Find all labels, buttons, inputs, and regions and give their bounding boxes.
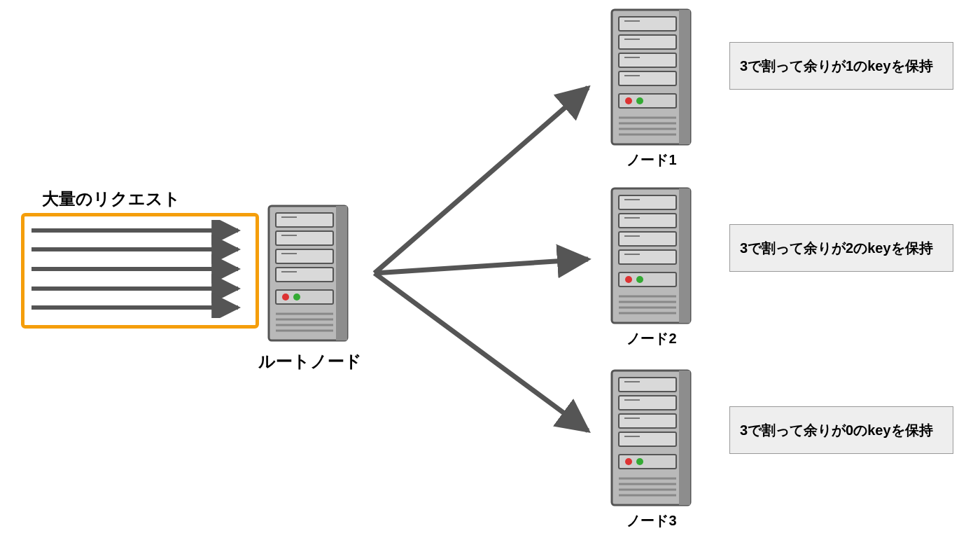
node3-server-icon xyxy=(609,368,693,508)
requests-title: 大量のリクエスト xyxy=(42,188,181,210)
node1-desc-box: 3で割って余りが1のkeyを保持 xyxy=(729,42,953,90)
distribution-arrows xyxy=(364,42,623,455)
svg-line-24 xyxy=(374,273,588,431)
node1-server-icon xyxy=(609,7,693,147)
root-node-label: ルートノード xyxy=(251,350,370,373)
node1-desc: 3で割って余りが1のkeyを保持 xyxy=(740,58,933,74)
node2-desc: 3で割って余りが2のkeyを保持 xyxy=(740,240,933,256)
node2-label: ノード2 xyxy=(606,329,697,348)
node3-desc-box: 3で割って余りが0のkeyを保持 xyxy=(729,406,953,454)
root-server-icon xyxy=(266,203,350,343)
node2-desc-box: 3で割って余りが2のkeyを保持 xyxy=(729,224,953,272)
node2-server-icon xyxy=(609,186,693,326)
svg-line-23 xyxy=(374,259,588,273)
node3-desc: 3で割って余りが0のkeyを保持 xyxy=(740,422,933,438)
svg-line-22 xyxy=(374,88,588,273)
node1-label: ノード1 xyxy=(606,151,697,170)
node3-label: ノード3 xyxy=(606,511,697,530)
request-arrows xyxy=(28,220,252,318)
